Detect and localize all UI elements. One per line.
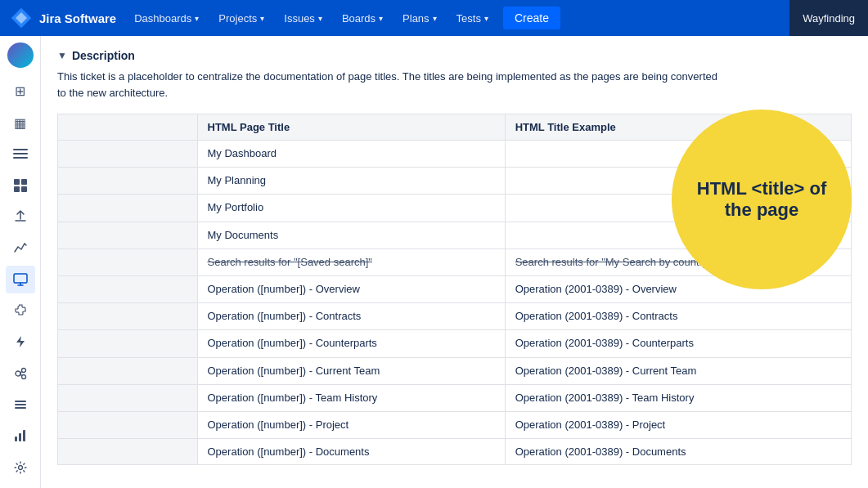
- table-row: Operation ([number]) - ProjectOperation …: [58, 411, 851, 438]
- svg-point-20: [18, 465, 22, 469]
- svg-rect-7: [14, 274, 27, 283]
- projects-chevron-icon: ▾: [260, 14, 264, 23]
- nav-tests[interactable]: Tests ▾: [448, 0, 497, 36]
- table-cell-page-title: Operation ([number]) - Counterparts: [197, 330, 505, 357]
- create-button[interactable]: Create: [503, 7, 560, 29]
- table-cell-empty: [58, 357, 197, 384]
- table-cell-empty: [58, 248, 197, 275]
- grid-icon[interactable]: ▦: [6, 109, 35, 137]
- nav-issues[interactable]: Issues ▾: [276, 0, 331, 36]
- left-sidebar: ⊞ ▦: [0, 36, 41, 488]
- puzzle-icon[interactable]: [6, 297, 35, 325]
- nav-boards[interactable]: Boards ▾: [334, 0, 391, 36]
- table-row: Operation ([number]) - ContractsOperatio…: [58, 303, 851, 330]
- table-cell-page-title: Operation ([number]) - Project: [197, 411, 505, 438]
- list-icon[interactable]: [6, 391, 35, 419]
- table-cell-title-example: Operation (2001-0389) - Team History: [505, 384, 851, 411]
- svg-rect-17: [15, 437, 17, 441]
- dashboards-chevron-icon: ▾: [195, 14, 199, 23]
- content-area: ▼ Description This ticket is a placehold…: [41, 36, 868, 488]
- table-cell-empty: [58, 384, 197, 411]
- chart-icon[interactable]: [6, 234, 35, 262]
- nav-logo[interactable]: Jira Software: [10, 7, 116, 29]
- table-cell-empty: [58, 222, 197, 248]
- svg-point-9: [16, 371, 20, 376]
- svg-marker-8: [16, 336, 25, 347]
- table-cell-title-example: Operation (2001-0389) - Counterparts: [505, 330, 851, 357]
- main-layout: ⊞ ▦: [0, 36, 868, 488]
- table-cell-empty: [58, 411, 197, 438]
- description-chevron-icon: ▼: [57, 50, 67, 61]
- callout-text: HTML <title> of the page: [688, 178, 835, 222]
- description-header: ▼ Description: [57, 49, 852, 62]
- table-cell-empty: [58, 195, 197, 222]
- table-cell-page-title: My Documents: [197, 222, 505, 248]
- table-cell-empty: [58, 439, 197, 465]
- col-empty-header: [58, 114, 197, 141]
- table-row: Operation ([number]) - Team HistoryOpera…: [58, 384, 851, 411]
- svg-rect-4: [21, 179, 27, 185]
- table-cell-empty: [58, 330, 197, 357]
- svg-line-12: [20, 371, 22, 374]
- svg-rect-5: [14, 186, 20, 192]
- monitor-icon[interactable]: [6, 266, 35, 293]
- svg-rect-19: [23, 430, 25, 441]
- description-text: This ticket is a placeholder to centrali…: [57, 69, 728, 101]
- svg-rect-14: [15, 401, 26, 402]
- bolt-icon[interactable]: [6, 328, 35, 356]
- svg-rect-16: [15, 407, 26, 409]
- wayfinding-label: Wayfinding: [789, 0, 868, 36]
- table-row: Operation ([number]) - CounterpartsOpera…: [58, 330, 851, 357]
- table-cell-title-example: Operation (2001-0389) - Contracts: [505, 303, 851, 330]
- table-cell-page-title: Operation ([number]) - Documents: [197, 439, 505, 465]
- col-html-page-title-header: HTML Page Title: [197, 114, 505, 141]
- description-title: Description: [72, 49, 135, 62]
- table-cell-empty: [58, 168, 197, 195]
- table-row: Operation ([number]) - Current TeamOpera…: [58, 357, 851, 384]
- table-cell-page-title: My Planning: [197, 168, 505, 195]
- top-nav: Jira Software Dashboards ▾ Projects ▾ Is…: [0, 0, 868, 36]
- svg-rect-18: [19, 433, 21, 441]
- table-cell-empty: [58, 275, 197, 302]
- settings-icon[interactable]: [6, 454, 35, 481]
- table-cell-title-example: Operation (2001-0389) - Project: [505, 411, 851, 438]
- table-cell-page-title: Operation ([number]) - Current Team: [197, 357, 505, 384]
- tests-chevron-icon: ▾: [484, 14, 488, 23]
- table-cell-page-title: Search results for "[Saved search]": [197, 248, 505, 275]
- table-cell-page-title: My Portfolio: [197, 195, 505, 222]
- callout-bubble: HTML <title> of the page: [672, 110, 852, 289]
- table-cell-title-example: Operation (2001-0389) - Current Team: [505, 357, 851, 384]
- svg-point-10: [21, 368, 25, 372]
- layers-icon[interactable]: [6, 140, 35, 168]
- issues-chevron-icon: ▾: [318, 14, 322, 23]
- table-cell-empty: [58, 303, 197, 330]
- table-cell-page-title: Operation ([number]) - Team History: [197, 384, 505, 411]
- boards-chevron-icon: ▾: [379, 14, 383, 23]
- svg-line-13: [20, 374, 22, 376]
- nav-plans[interactable]: Plans ▾: [394, 0, 445, 36]
- table-cell-page-title: Operation ([number]) - Overview: [197, 275, 505, 302]
- table-cell-empty: [58, 141, 197, 168]
- svg-rect-2: [13, 157, 28, 159]
- nav-dashboards[interactable]: Dashboards ▾: [126, 0, 207, 36]
- plans-chevron-icon: ▾: [433, 14, 437, 23]
- copy-icon[interactable]: [6, 360, 35, 387]
- table-cell-page-title: My Dashboard: [197, 141, 505, 168]
- logo-text: Jira Software: [39, 11, 116, 25]
- svg-rect-0: [13, 149, 28, 150]
- home-icon[interactable]: ⊞: [6, 78, 35, 105]
- svg-rect-15: [15, 404, 26, 405]
- svg-rect-1: [13, 153, 28, 154]
- nav-projects[interactable]: Projects ▾: [210, 0, 272, 36]
- table-icon[interactable]: [6, 172, 35, 199]
- table-row: Operation ([number]) - DocumentsOperatio…: [58, 439, 851, 465]
- upload-icon[interactable]: [6, 203, 35, 231]
- svg-rect-3: [14, 179, 20, 185]
- avatar[interactable]: [7, 43, 34, 68]
- table-cell-title-example: Operation (2001-0389) - Documents: [505, 439, 851, 465]
- chart2-icon[interactable]: [6, 422, 35, 450]
- svg-point-11: [21, 374, 25, 378]
- svg-rect-6: [21, 186, 27, 192]
- table-cell-page-title: Operation ([number]) - Contracts: [197, 303, 505, 330]
